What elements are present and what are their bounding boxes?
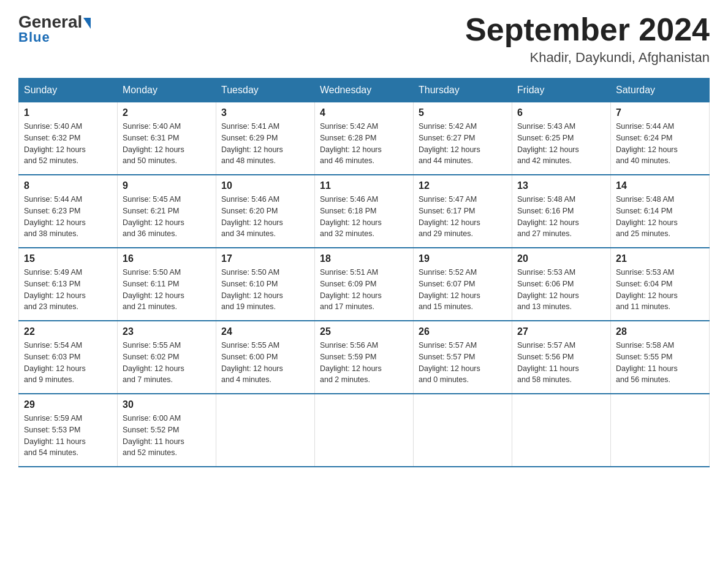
calendar-cell: 23 Sunrise: 5:55 AMSunset: 6:02 PMDaylig…	[118, 321, 216, 394]
logo-blue: Blue	[18, 29, 50, 45]
calendar-table: SundayMondayTuesdayWednesdayThursdayFrid…	[18, 78, 710, 467]
day-number: 14	[616, 180, 704, 191]
calendar-cell: 12 Sunrise: 5:47 AMSunset: 6:17 PMDaylig…	[414, 175, 512, 248]
day-number: 19	[419, 253, 507, 264]
header-thursday: Thursday	[414, 79, 512, 102]
title-section: September 2024 Khadir, Daykundi, Afghani…	[465, 12, 710, 66]
calendar-cell: 5 Sunrise: 5:42 AMSunset: 6:27 PMDayligh…	[414, 102, 512, 175]
calendar-cell: 11 Sunrise: 5:46 AMSunset: 6:18 PMDaylig…	[315, 175, 414, 248]
day-info: Sunrise: 5:52 AMSunset: 6:07 PMDaylight:…	[419, 268, 480, 311]
day-info: Sunrise: 5:55 AMSunset: 6:00 PMDaylight:…	[221, 341, 283, 384]
day-number: 4	[320, 107, 408, 118]
week-row-2: 8 Sunrise: 5:44 AMSunset: 6:23 PMDayligh…	[19, 175, 710, 248]
day-number: 11	[320, 180, 408, 191]
day-info: Sunrise: 5:53 AMSunset: 6:04 PMDaylight:…	[616, 268, 678, 311]
day-info: Sunrise: 5:46 AMSunset: 6:18 PMDaylight:…	[320, 195, 382, 238]
day-info: Sunrise: 5:51 AMSunset: 6:09 PMDaylight:…	[320, 268, 382, 311]
day-info: Sunrise: 5:48 AMSunset: 6:14 PMDaylight:…	[616, 195, 678, 238]
calendar-cell: 13 Sunrise: 5:48 AMSunset: 6:16 PMDaylig…	[512, 175, 611, 248]
calendar-cell: 10 Sunrise: 5:46 AMSunset: 6:20 PMDaylig…	[216, 175, 315, 248]
calendar-cell	[611, 394, 710, 467]
day-number: 26	[419, 326, 507, 337]
day-info: Sunrise: 5:45 AMSunset: 6:21 PMDaylight:…	[123, 195, 184, 238]
header-tuesday: Tuesday	[216, 79, 315, 102]
calendar-cell: 4 Sunrise: 5:42 AMSunset: 6:28 PMDayligh…	[315, 102, 414, 175]
week-row-3: 15 Sunrise: 5:49 AMSunset: 6:13 PMDaylig…	[19, 248, 710, 321]
day-info: Sunrise: 5:41 AMSunset: 6:29 PMDaylight:…	[221, 122, 283, 165]
week-row-1: 1 Sunrise: 5:40 AMSunset: 6:32 PMDayligh…	[19, 102, 710, 175]
day-number: 3	[221, 107, 309, 118]
header-wednesday: Wednesday	[315, 79, 414, 102]
day-info: Sunrise: 6:00 AMSunset: 5:52 PMDaylight:…	[123, 414, 184, 457]
day-info: Sunrise: 5:40 AMSunset: 6:32 PMDaylight:…	[24, 122, 86, 165]
month-year-title: September 2024	[465, 12, 710, 47]
calendar-cell: 9 Sunrise: 5:45 AMSunset: 6:21 PMDayligh…	[118, 175, 216, 248]
day-number: 30	[123, 399, 211, 410]
day-info: Sunrise: 5:58 AMSunset: 5:55 PMDaylight:…	[616, 341, 678, 384]
calendar-cell: 27 Sunrise: 5:57 AMSunset: 5:56 PMDaylig…	[512, 321, 611, 394]
day-number: 1	[24, 107, 112, 118]
day-info: Sunrise: 5:43 AMSunset: 6:25 PMDaylight:…	[517, 122, 579, 165]
calendar-cell: 28 Sunrise: 5:58 AMSunset: 5:55 PMDaylig…	[611, 321, 710, 394]
calendar-cell: 14 Sunrise: 5:48 AMSunset: 6:14 PMDaylig…	[611, 175, 710, 248]
day-number: 15	[24, 253, 112, 264]
location-title: Khadir, Daykundi, Afghanistan	[465, 50, 710, 66]
header-monday: Monday	[118, 79, 216, 102]
day-info: Sunrise: 5:44 AMSunset: 6:23 PMDaylight:…	[24, 195, 86, 238]
calendar-cell: 21 Sunrise: 5:53 AMSunset: 6:04 PMDaylig…	[611, 248, 710, 321]
calendar-cell: 15 Sunrise: 5:49 AMSunset: 6:13 PMDaylig…	[19, 248, 118, 321]
day-info: Sunrise: 5:50 AMSunset: 6:10 PMDaylight:…	[221, 268, 283, 311]
day-number: 6	[517, 107, 605, 118]
day-info: Sunrise: 5:49 AMSunset: 6:13 PMDaylight:…	[24, 268, 86, 311]
calendar-cell	[512, 394, 611, 467]
calendar-cell: 22 Sunrise: 5:54 AMSunset: 6:03 PMDaylig…	[19, 321, 118, 394]
calendar-cell: 3 Sunrise: 5:41 AMSunset: 6:29 PMDayligh…	[216, 102, 315, 175]
day-info: Sunrise: 5:40 AMSunset: 6:31 PMDaylight:…	[123, 122, 184, 165]
day-info: Sunrise: 5:59 AMSunset: 5:53 PMDaylight:…	[24, 414, 86, 457]
calendar-cell: 30 Sunrise: 6:00 AMSunset: 5:52 PMDaylig…	[118, 394, 216, 467]
day-info: Sunrise: 5:42 AMSunset: 6:28 PMDaylight:…	[320, 122, 382, 165]
header-sunday: Sunday	[19, 79, 118, 102]
logo-arrow-icon	[83, 18, 91, 29]
day-number: 21	[616, 253, 704, 264]
day-number: 13	[517, 180, 605, 191]
day-number: 20	[517, 253, 605, 264]
calendar-header-row: SundayMondayTuesdayWednesdayThursdayFrid…	[19, 79, 710, 102]
week-row-5: 29 Sunrise: 5:59 AMSunset: 5:53 PMDaylig…	[19, 394, 710, 467]
day-info: Sunrise: 5:57 AMSunset: 5:56 PMDaylight:…	[517, 341, 579, 384]
header-friday: Friday	[512, 79, 611, 102]
day-number: 24	[221, 326, 309, 337]
day-info: Sunrise: 5:48 AMSunset: 6:16 PMDaylight:…	[517, 195, 579, 238]
day-number: 7	[616, 107, 704, 118]
day-number: 18	[320, 253, 408, 264]
day-info: Sunrise: 5:42 AMSunset: 6:27 PMDaylight:…	[419, 122, 480, 165]
day-number: 23	[123, 326, 211, 337]
day-number: 25	[320, 326, 408, 337]
day-info: Sunrise: 5:55 AMSunset: 6:02 PMDaylight:…	[123, 341, 184, 384]
calendar-cell: 18 Sunrise: 5:51 AMSunset: 6:09 PMDaylig…	[315, 248, 414, 321]
day-number: 8	[24, 180, 112, 191]
calendar-cell	[414, 394, 512, 467]
calendar-cell: 20 Sunrise: 5:53 AMSunset: 6:06 PMDaylig…	[512, 248, 611, 321]
day-info: Sunrise: 5:53 AMSunset: 6:06 PMDaylight:…	[517, 268, 579, 311]
day-number: 22	[24, 326, 112, 337]
day-info: Sunrise: 5:50 AMSunset: 6:11 PMDaylight:…	[123, 268, 184, 311]
calendar-cell: 17 Sunrise: 5:50 AMSunset: 6:10 PMDaylig…	[216, 248, 315, 321]
day-number: 17	[221, 253, 309, 264]
day-number: 29	[24, 399, 112, 410]
day-number: 12	[419, 180, 507, 191]
week-row-4: 22 Sunrise: 5:54 AMSunset: 6:03 PMDaylig…	[19, 321, 710, 394]
calendar-cell: 29 Sunrise: 5:59 AMSunset: 5:53 PMDaylig…	[19, 394, 118, 467]
day-number: 16	[123, 253, 211, 264]
calendar-cell: 7 Sunrise: 5:44 AMSunset: 6:24 PMDayligh…	[611, 102, 710, 175]
day-number: 27	[517, 326, 605, 337]
day-number: 2	[123, 107, 211, 118]
day-info: Sunrise: 5:44 AMSunset: 6:24 PMDaylight:…	[616, 122, 678, 165]
day-info: Sunrise: 5:47 AMSunset: 6:17 PMDaylight:…	[419, 195, 480, 238]
calendar-cell: 1 Sunrise: 5:40 AMSunset: 6:32 PMDayligh…	[19, 102, 118, 175]
calendar-cell: 24 Sunrise: 5:55 AMSunset: 6:00 PMDaylig…	[216, 321, 315, 394]
day-number: 10	[221, 180, 309, 191]
day-number: 9	[123, 180, 211, 191]
day-info: Sunrise: 5:46 AMSunset: 6:20 PMDaylight:…	[221, 195, 283, 238]
day-info: Sunrise: 5:54 AMSunset: 6:03 PMDaylight:…	[24, 341, 86, 384]
